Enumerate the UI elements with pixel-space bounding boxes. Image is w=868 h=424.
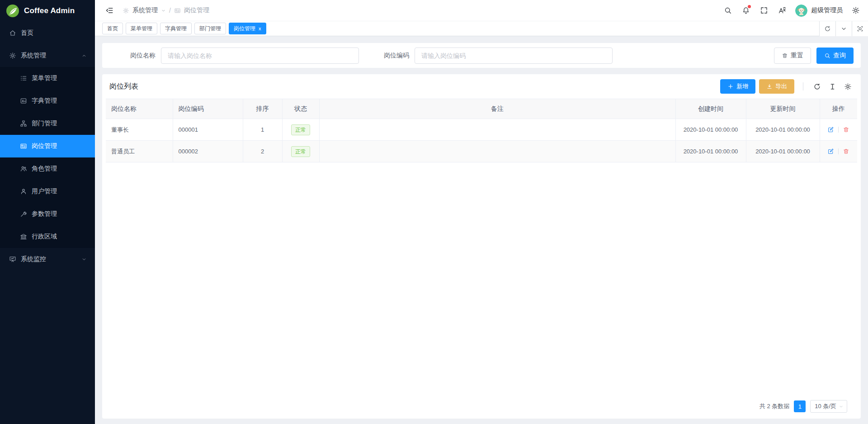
breadcrumb-level2: 岗位管理 — [184, 6, 209, 14]
username: 超级管理员 — [811, 6, 843, 14]
top-navbar: 系统管理 / 岗位管理 — [95, 0, 868, 21]
sidebar-item-user-mgmt[interactable]: 用户管理 — [0, 180, 95, 203]
settings-button[interactable] — [848, 3, 863, 18]
sidebar-group-label: 系统管理 — [21, 52, 46, 60]
row-density-button[interactable] — [826, 81, 838, 92]
language-button[interactable] — [774, 3, 790, 18]
sidebar-item-home[interactable]: 首页 — [0, 22, 95, 44]
col-header-remark: 备注 — [319, 99, 675, 119]
refresh-table-button[interactable] — [811, 81, 823, 92]
sidebar-item-region-mgmt[interactable]: 行政区域 — [0, 225, 95, 248]
add-button-label: 新增 — [736, 82, 748, 91]
tab-menu-mgmt[interactable]: 菜单管理 — [126, 23, 157, 34]
sidebar-group-system[interactable]: 系统管理 — [0, 44, 95, 67]
sidebar-item-post-mgmt[interactable]: 岗位管理 — [0, 135, 95, 157]
notifications-button[interactable] — [738, 3, 754, 18]
app-root: Coffee Admin 首页 系统管理 菜单管理 字典管理 — [0, 0, 868, 424]
fullscreen-icon — [760, 6, 768, 14]
post-name-label: 岗位名称 — [130, 52, 156, 60]
sidebar-item-label: 字典管理 — [32, 97, 57, 105]
tab-dept-mgmt[interactable]: 部门管理 — [194, 23, 226, 34]
tab-post-mgmt[interactable]: 岗位管理 x — [229, 23, 266, 34]
post-name-input[interactable] — [161, 48, 359, 64]
chevron-down-icon[interactable] — [161, 8, 166, 13]
menu-icon — [20, 75, 27, 82]
role-icon — [20, 165, 27, 172]
chevron-down-icon — [81, 257, 87, 262]
post-icon — [20, 143, 27, 150]
tab-options-button[interactable] — [835, 21, 852, 36]
cell-remark — [319, 119, 675, 141]
pagination: 共 2 条数据 1 10 条/页 — [760, 400, 847, 413]
trash-icon — [843, 148, 849, 155]
fullscreen-button[interactable] — [756, 3, 772, 18]
maximize-content-button[interactable] — [852, 21, 868, 36]
edit-row-button[interactable] — [827, 126, 834, 133]
app-title: Coffee Admin — [24, 6, 75, 15]
delete-row-button[interactable] — [843, 126, 849, 133]
search-form-card: 岗位名称 岗位编码 重置 查询 — [102, 43, 861, 68]
user-icon — [20, 188, 27, 195]
col-header-sort: 排序 — [243, 99, 282, 119]
page-button-1[interactable]: 1 — [794, 400, 806, 412]
divider — [838, 127, 839, 133]
sidebar-group-monitor[interactable]: 系统监控 — [0, 248, 95, 271]
breadcrumb-level1[interactable]: 系统管理 — [132, 6, 158, 14]
search-icon — [724, 6, 732, 14]
main-area: 系统管理 / 岗位管理 — [95, 0, 868, 424]
translate-icon — [778, 6, 786, 14]
global-search-button[interactable] — [720, 3, 736, 18]
col-header-post-name: 岗位名称 — [106, 99, 173, 119]
sidebar-item-menu-mgmt[interactable]: 菜单管理 — [0, 67, 95, 90]
gear-icon — [844, 83, 852, 91]
status-badge: 正常 — [291, 146, 310, 157]
collapse-sidebar-button[interactable] — [102, 3, 117, 18]
cell-actions — [820, 119, 857, 141]
sidebar-item-label: 用户管理 — [32, 187, 57, 195]
avatar-image — [795, 5, 807, 17]
chevron-down-icon — [839, 404, 844, 409]
user-menu[interactable]: 超级管理员 — [793, 5, 845, 17]
query-button[interactable]: 查询 — [816, 48, 854, 64]
edit-row-button[interactable] — [827, 148, 834, 155]
export-button[interactable]: 导出 — [759, 79, 794, 94]
sidebar-item-dict-mgmt[interactable]: 字典管理 — [0, 90, 95, 112]
tab-label: 首页 — [107, 25, 118, 33]
refresh-tab-button[interactable] — [819, 21, 835, 36]
cell-updated: 2020-10-01 00:00:00 — [746, 119, 820, 141]
reset-button[interactable]: 重置 — [774, 48, 811, 64]
delete-row-button[interactable] — [843, 148, 849, 155]
page-size-value: 10 条/页 — [815, 402, 836, 410]
collapse-sidebar-icon — [105, 6, 113, 14]
table-row: 董事长 000001 1 正常 2020-10-01 00:00:00 2020… — [106, 119, 857, 141]
col-header-actions: 操作 — [820, 99, 857, 119]
column-settings-button[interactable] — [842, 81, 854, 92]
tab-label: 菜单管理 — [131, 25, 152, 33]
sidebar: Coffee Admin 首页 系统管理 菜单管理 字典管理 — [0, 0, 95, 424]
page-size-select[interactable]: 10 条/页 — [810, 400, 847, 413]
logo[interactable]: Coffee Admin — [0, 0, 95, 22]
sidebar-submenu-system: 菜单管理 字典管理 部门管理 岗位管理 角色管理 — [0, 67, 95, 248]
tab-dict-mgmt[interactable]: 字典管理 — [160, 23, 192, 34]
tabs-bar: 首页 菜单管理 字典管理 部门管理 岗位管理 x — [95, 21, 868, 36]
add-button[interactable]: 新增 — [720, 79, 755, 94]
post-list-card: 岗位列表 新增 导出 — [102, 74, 861, 419]
avatar — [795, 5, 807, 17]
divider — [838, 148, 839, 154]
post-icon — [174, 7, 181, 14]
cell-remark — [319, 141, 675, 162]
tab-label: 字典管理 — [165, 25, 187, 33]
post-code-input[interactable] — [415, 48, 613, 64]
tab-home[interactable]: 首页 — [102, 23, 123, 34]
sidebar-item-param-mgmt[interactable]: 参数管理 — [0, 203, 95, 225]
region-icon — [20, 233, 27, 240]
edit-icon — [827, 126, 834, 133]
sidebar-item-dept-mgmt[interactable]: 部门管理 — [0, 112, 95, 135]
breadcrumb-separator: / — [169, 7, 171, 14]
reset-button-label: 重置 — [791, 52, 803, 60]
sidebar-item-role-mgmt[interactable]: 角色管理 — [0, 157, 95, 180]
close-icon[interactable]: x — [259, 26, 261, 31]
page-content: 岗位名称 岗位编码 重置 查询 岗位列表 — [95, 36, 868, 424]
cell-post-name: 普通员工 — [106, 141, 173, 162]
list-card-header: 岗位列表 新增 导出 — [102, 74, 861, 99]
